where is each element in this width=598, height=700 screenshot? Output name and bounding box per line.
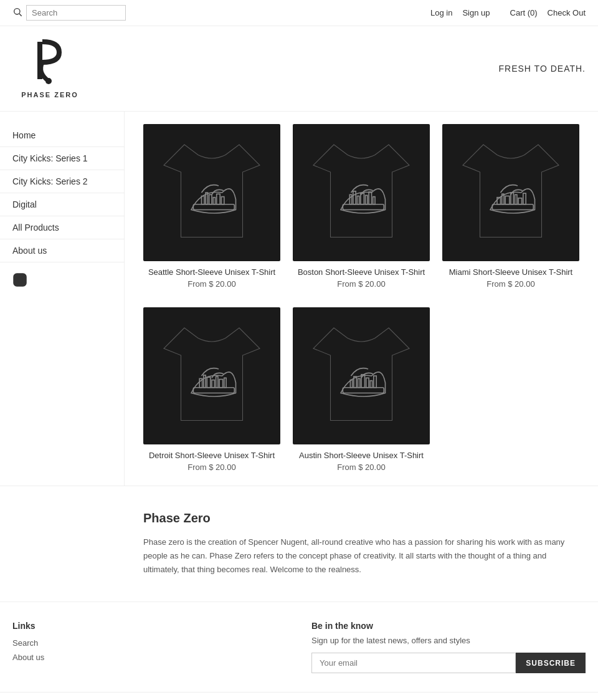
instagram-link[interactable] — [12, 279, 27, 289]
product-card-austin[interactable]: Austin Short-Sleeve Unisex T-Shirt From … — [293, 307, 430, 472]
about-text: Phase zero is the creation of Spencer Nu… — [143, 535, 579, 577]
product-name-seattle: Seattle Short-Sleeve Unisex T-Shirt — [143, 267, 280, 277]
sidebar-item-digital[interactable]: Digital — [0, 193, 124, 216]
sidebar: Home City Kicks: Series 1 City Kicks: Se… — [0, 112, 125, 486]
brand-name: PHASE ZERO — [21, 91, 78, 98]
product-price-boston: From $ 20.00 — [293, 279, 430, 289]
products-area: Seattle Short-Sleeve Unisex T-Shirt From… — [125, 112, 598, 486]
footer-about-link[interactable]: About us — [12, 653, 287, 662]
footer-newsletter-subtext: Sign up for the latest news, offers and … — [311, 636, 586, 645]
sidebar-social — [0, 262, 124, 299]
header-tagline: FRESH TO DEATH. — [499, 64, 586, 74]
about-title: Phase Zero — [143, 511, 579, 525]
main-layout: Home City Kicks: Series 1 City Kicks: Se… — [0, 112, 598, 486]
product-price-austin: From $ 20.00 — [293, 463, 430, 472]
product-name-austin: Austin Short-Sleeve Unisex T-Shirt — [293, 451, 430, 460]
product-card-miami[interactable]: Miami Short-Sleeve Unisex T-Shirt From $… — [442, 124, 579, 289]
product-name-boston: Boston Short-Sleeve Unisex T-Shirt — [293, 267, 430, 277]
tshirt-svg-miami — [442, 124, 579, 261]
top-bar: Log in Sign up Cart (0) Check Out — [0, 0, 598, 26]
cart-link[interactable]: Cart (0) — [510, 8, 538, 17]
top-bar-links: Log in Sign up Cart (0) Check Out — [430, 8, 586, 18]
product-price-miami: From $ 20.00 — [442, 279, 579, 289]
svg-point-4 — [45, 78, 52, 84]
product-name-miami: Miami Short-Sleeve Unisex T-Shirt — [442, 267, 579, 277]
copyright-bar: Copyright © 2018, Phase Zero. Powered by… — [0, 692, 598, 700]
instagram-icon — [12, 279, 27, 289]
tshirt-svg-boston — [293, 124, 430, 261]
svg-point-6 — [17, 277, 22, 282]
product-image-detroit — [143, 307, 280, 444]
subscribe-button[interactable]: SUBSCRIBE — [516, 653, 586, 673]
footer-newsletter-column: Be in the know Sign up for the latest ne… — [299, 621, 586, 673]
product-image-miami — [442, 124, 579, 261]
tshirt-svg-detroit — [143, 307, 280, 444]
product-card-detroit[interactable]: Detroit Short-Sleeve Unisex T-Shirt From… — [143, 307, 280, 472]
logo-area[interactable]: PHASE ZERO — [12, 39, 87, 98]
checkout-link[interactable]: Check Out — [548, 8, 586, 17]
tshirt-svg-seattle — [143, 124, 280, 261]
logo-image — [31, 39, 69, 89]
about-section: Phase Zero Phase zero is the creation of… — [0, 486, 598, 602]
newsletter-form: SUBSCRIBE — [311, 653, 586, 673]
products-grid: Seattle Short-Sleeve Unisex T-Shirt From… — [143, 124, 579, 472]
product-image-austin — [293, 307, 430, 444]
svg-line-1 — [19, 14, 22, 16]
sidebar-nav: Home City Kicks: Series 1 City Kicks: Se… — [0, 124, 124, 262]
sidebar-item-city-kicks-2[interactable]: City Kicks: Series 2 — [0, 170, 124, 193]
search-form — [12, 5, 126, 21]
sidebar-item-all-products[interactable]: All Products — [0, 216, 124, 239]
sidebar-item-city-kicks-1[interactable]: City Kicks: Series 1 — [0, 147, 124, 170]
login-link[interactable]: Log in — [430, 8, 452, 17]
product-price-seattle: From $ 20.00 — [143, 279, 280, 289]
product-image-boston — [293, 124, 430, 261]
product-name-detroit: Detroit Short-Sleeve Unisex T-Shirt — [143, 451, 280, 460]
product-card-boston[interactable]: Boston Short-Sleeve Unisex T-Shirt From … — [293, 124, 430, 289]
product-card-seattle[interactable]: Seattle Short-Sleeve Unisex T-Shirt From… — [143, 124, 280, 289]
search-input[interactable] — [26, 5, 126, 21]
product-image-seattle — [143, 124, 280, 261]
footer-links-column: Links Search About us — [12, 621, 299, 673]
search-icon — [12, 7, 22, 19]
footer-search-link[interactable]: Search — [12, 638, 287, 648]
sidebar-item-home[interactable]: Home — [0, 124, 124, 147]
footer-links-heading: Links — [12, 621, 287, 631]
sidebar-item-about-us[interactable]: About us — [0, 239, 124, 262]
signup-link[interactable]: Sign up — [462, 8, 490, 17]
footer-newsletter-heading: Be in the know — [311, 621, 586, 631]
tshirt-svg-austin — [293, 307, 430, 444]
footer-bottom: Links Search About us Be in the know Sig… — [0, 602, 598, 692]
svg-point-0 — [14, 9, 20, 14]
product-price-detroit: From $ 20.00 — [143, 463, 280, 472]
email-input[interactable] — [311, 653, 516, 673]
site-header: PHASE ZERO FRESH TO DEATH. — [0, 26, 598, 112]
svg-point-7 — [23, 276, 24, 277]
